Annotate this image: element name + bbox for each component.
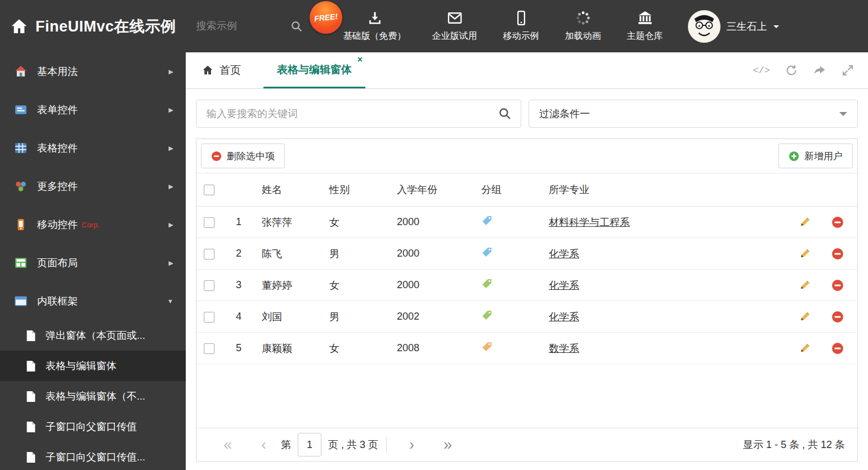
page-label-after: 页 , 共 3 页 (328, 438, 378, 451)
row-checkbox[interactable] (204, 312, 214, 323)
sidebar-subitem-grid-edit-window-2[interactable]: 表格与编辑窗体（不... (0, 381, 186, 411)
edit-row-button[interactable] (798, 216, 811, 229)
add-user-button[interactable]: 新增用户 (778, 144, 853, 168)
delete-selected-button[interactable]: 删除选中项 (201, 144, 285, 168)
tab-label: 表格与编辑窗体 (277, 62, 352, 77)
row-checkbox[interactable] (204, 343, 214, 354)
major-link[interactable]: 化学系 (549, 311, 579, 323)
table-header-row: 姓名 性别 入学年份 分组 所学专业 (196, 173, 857, 207)
major-link[interactable]: 化学系 (549, 248, 579, 259)
phone-icon (15, 218, 27, 231)
cell-name: 康颖颖 (262, 333, 329, 364)
major-link[interactable]: 数学系 (549, 343, 579, 354)
delete-row-button[interactable] (831, 279, 844, 292)
download-icon (367, 10, 383, 26)
top-header: FineUIMvc在线示例 FREE! 基础版（免费） 企业版试用 移动示例 (0, 0, 868, 52)
nav-item-loading-animation[interactable]: 加载动画 (565, 10, 601, 42)
sidebar-subitem-child-to-parent[interactable]: 子窗口向父窗口传值 (0, 411, 186, 442)
tab-actions: </> (753, 52, 868, 88)
keyword-search-input[interactable] (205, 108, 498, 120)
delete-row-button[interactable] (831, 216, 844, 229)
refresh-icon[interactable] (785, 64, 798, 77)
nav-item-enterprise-trial[interactable]: 企业版试用 (432, 10, 477, 42)
sidebar-subitem-child-to-parent-2[interactable]: 子窗口向父窗口传值... (0, 442, 186, 470)
edit-row-button[interactable] (798, 279, 811, 292)
nav-item-theme-store[interactable]: 主题仓库 (627, 10, 663, 42)
chevron-right-icon: ▶ (169, 259, 173, 267)
row-checkbox[interactable] (204, 280, 214, 291)
next-page-button[interactable]: › (395, 437, 429, 453)
edit-row-button[interactable] (798, 342, 811, 355)
edit-row-button[interactable] (798, 311, 811, 323)
column-header-name: 姓名 (262, 173, 329, 207)
sidebar-item-label: 表格控件 (37, 141, 78, 155)
delete-row-button[interactable] (831, 311, 844, 323)
row-number: 5 (228, 333, 262, 364)
corp-badge: Corp. (82, 221, 100, 229)
brand[interactable]: FineUIMvc在线示例 (10, 16, 176, 37)
tag-icon (481, 341, 493, 352)
grid-toolbar: 删除选中项 新增用户 (196, 139, 857, 173)
open-in-new-icon[interactable] (813, 64, 826, 77)
chevron-right-icon: ▶ (169, 183, 173, 190)
sidebar-item-form-controls[interactable]: 表单控件 ▶ (0, 91, 186, 129)
edit-row-button[interactable] (798, 248, 811, 260)
sidebar-subitem-label: 子窗口向父窗口传值... (46, 450, 145, 464)
page-number-input[interactable] (298, 433, 321, 456)
free-badge: FREE! (308, 0, 344, 35)
nav-item-basic-edition[interactable]: FREE! 基础版（免费） (343, 10, 406, 42)
sidebar-item-mobile-controls[interactable]: 移动控件 Corp. ▶ (0, 205, 186, 244)
tab-bar: 首页 表格与编辑窗体 × </> (186, 52, 868, 89)
select-all-checkbox[interactable] (204, 185, 214, 195)
cell-gender: 女 (329, 207, 397, 238)
search-icon[interactable] (498, 107, 512, 120)
row-checkbox[interactable] (204, 249, 214, 259)
major-link[interactable]: 材料科学与工程系 (549, 217, 630, 228)
column-header-gender: 性别 (329, 173, 397, 207)
search-icon[interactable] (290, 20, 303, 33)
sidebar-item-basic-usage[interactable]: 基本用法 ▶ (0, 52, 186, 91)
envelope-icon (447, 10, 463, 26)
sidebar-item-grid-controls[interactable]: 表格控件 ▶ (0, 129, 186, 167)
cell-name: 刘国 (262, 301, 329, 333)
sidebar-submenu: 弹出窗体（本页面或... 表格与编辑窗体 表格与编辑窗体（不... 子窗口向父窗… (0, 320, 186, 470)
prev-page-button[interactable]: ‹ (247, 437, 281, 453)
sidebar-item-more-controls[interactable]: 更多控件 ▶ (0, 167, 186, 205)
cell-gender: 女 (329, 270, 397, 301)
main-layout: 基本用法 ▶ 表单控件 ▶ 表格控件 ▶ 更多控件 ▶ (0, 52, 868, 470)
sidebar-item-page-layout[interactable]: 页面布局 ▶ (0, 244, 186, 282)
caret-down-icon (773, 25, 779, 31)
cell-year: 2000 (397, 238, 481, 270)
layout-icon (15, 257, 27, 269)
cell-year: 2000 (397, 270, 481, 301)
window-frame-icon (15, 295, 27, 307)
chevron-down-icon: ▼ (167, 298, 173, 305)
sidebar-subitem-label: 弹出窗体（本页面或... (46, 329, 145, 342)
table-row: 3 董婷婷 女 2000 化学系 (196, 270, 857, 301)
row-checkbox[interactable] (204, 217, 214, 228)
sidebar-subitem-grid-edit-window[interactable]: 表格与编辑窗体 (0, 351, 186, 381)
column-header-major: 所学专业 (549, 173, 791, 207)
user-menu[interactable]: 三生石上 (688, 10, 779, 43)
tab-grid-edit-window[interactable]: 表格与编辑窗体 × (263, 52, 365, 88)
last-page-button[interactable]: » (429, 437, 467, 453)
pagination-divider (386, 437, 387, 453)
major-link[interactable]: 化学系 (549, 280, 579, 291)
sidebar-subitem-popup-window[interactable]: 弹出窗体（本页面或... (0, 320, 186, 351)
filter-dropdown[interactable]: 过滤条件一 (529, 100, 858, 128)
close-icon[interactable]: × (357, 55, 363, 64)
nav-item-mobile-demo[interactable]: 移动示例 (503, 10, 539, 42)
tab-home[interactable]: 首页 (196, 52, 247, 88)
main-panel: 首页 表格与编辑窗体 × </> (186, 52, 868, 470)
nav-item-label: 移动示例 (503, 30, 539, 42)
column-header-group: 分组 (481, 173, 549, 207)
delete-row-button[interactable] (831, 342, 844, 355)
header-search-input[interactable] (195, 20, 290, 33)
fullscreen-icon[interactable] (841, 64, 854, 77)
sidebar-subitem-label: 子窗口向父窗口传值 (46, 420, 137, 433)
first-page-button[interactable]: « (209, 437, 247, 453)
table-row: 5 康颖颖 女 2008 数学系 (196, 333, 857, 364)
sidebar-item-iframe[interactable]: 内联框架 ▼ (0, 282, 186, 320)
view-source-icon[interactable]: </> (753, 65, 770, 76)
delete-row-button[interactable] (831, 248, 844, 260)
